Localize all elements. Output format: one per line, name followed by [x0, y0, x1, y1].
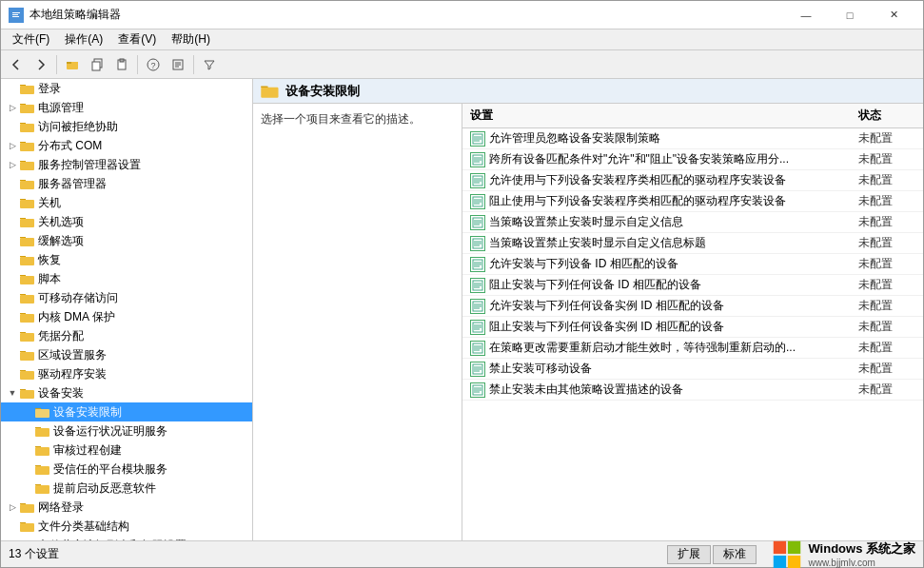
- expand-device-install[interactable]: ▼: [5, 385, 20, 401]
- copy-button[interactable]: [86, 53, 108, 76]
- expand-removable[interactable]: [5, 290, 20, 305]
- expand-dma[interactable]: [5, 309, 20, 324]
- svg-rect-54: [35, 447, 49, 456]
- svg-rect-46: [20, 371, 34, 380]
- expand-distributed-com[interactable]: ▷: [5, 138, 20, 153]
- settings-row[interactable]: 禁止安装未由其他策略设置描述的设备 未配置: [462, 380, 923, 401]
- tree-item-shutdown-opts[interactable]: 关机选项: [1, 212, 252, 231]
- tree-item-distributed-com[interactable]: ▷ 分布式 COM: [1, 136, 252, 155]
- tree-item-audit-process[interactable]: 审核过程创建: [1, 441, 252, 460]
- tree-label-power: 电源管理: [38, 100, 84, 116]
- tree-item-driver-install[interactable]: 驱动程序安装: [1, 364, 252, 383]
- menu-file[interactable]: 文件(F): [5, 29, 57, 49]
- tab-standard[interactable]: 标准: [713, 545, 757, 564]
- expand-file-classify[interactable]: [5, 519, 20, 534]
- expand-shutdown[interactable]: [5, 195, 20, 210]
- expand-service-mgr[interactable]: [5, 176, 20, 191]
- expand-trusted-platform[interactable]: [20, 461, 35, 477]
- svg-rect-52: [35, 428, 49, 437]
- back-button[interactable]: [5, 53, 28, 76]
- settings-row[interactable]: 在策略更改需要重新启动才能生效时，等待强制重新启动的... 未配置: [462, 338, 923, 359]
- svg-rect-19: [20, 104, 26, 105]
- help-button[interactable]: ?: [142, 53, 165, 76]
- settings-row-icon: [470, 236, 485, 251]
- expand-locale[interactable]: [5, 347, 20, 362]
- expand-scripts[interactable]: [5, 271, 20, 286]
- svg-rect-1: [12, 12, 20, 13]
- settings-row-status: 未配置: [858, 151, 915, 167]
- tree-item-removable[interactable]: 可移动存储访问: [1, 288, 252, 307]
- svg-rect-44: [20, 352, 34, 361]
- tree-item-credentials[interactable]: 凭据分配: [1, 326, 252, 345]
- expand-power[interactable]: ▷: [5, 100, 20, 115]
- expand-audit-process[interactable]: [20, 442, 35, 458]
- tree-item-access[interactable]: 访问被拒绝协助: [1, 117, 252, 136]
- settings-row[interactable]: 当策略设置禁止安装时显示自定义信息标题 未配置: [462, 233, 923, 254]
- folder-icon-login: [20, 82, 35, 95]
- expand-device-runtime[interactable]: [20, 423, 35, 439]
- tree-label-scripts: 脚本: [38, 271, 61, 287]
- filter-button[interactable]: [198, 53, 221, 76]
- tree-item-device-install[interactable]: ▼ 设备安装: [1, 383, 252, 402]
- open-button[interactable]: [61, 53, 84, 76]
- tree-item-mitigation[interactable]: 缓解选项: [1, 231, 252, 250]
- menu-action[interactable]: 操作(A): [57, 29, 110, 49]
- expand-driver-install[interactable]: [5, 366, 20, 382]
- folder-icon-mitigation: [20, 234, 35, 247]
- properties-button[interactable]: [167, 53, 189, 76]
- settings-row[interactable]: 禁止安装可移动设备 未配置: [462, 359, 923, 380]
- tree-item-locale[interactable]: 区域设置服务: [1, 345, 252, 364]
- tree-item-service-mgr[interactable]: 服务器管理器: [1, 174, 252, 193]
- expand-access[interactable]: [5, 119, 20, 134]
- expand-recovery[interactable]: [5, 252, 20, 267]
- close-button[interactable]: ✕: [872, 1, 915, 29]
- tree-item-trusted-platform[interactable]: 受信任的平台模块服务: [1, 460, 252, 479]
- settings-row[interactable]: 允许安装与下列任何设备实例 ID 相匹配的设备 未配置: [462, 296, 923, 317]
- tree-item-service-ctrl[interactable]: ▷ 服务控制管理器设置: [1, 155, 252, 174]
- svg-rect-30: [20, 219, 34, 227]
- toolbar-separator-1: [56, 55, 57, 74]
- tree-item-scripts[interactable]: 脚本: [1, 269, 252, 288]
- tree-item-device-restrict[interactable]: 设备安装限制: [1, 402, 252, 421]
- tree-item-device-runtime[interactable]: 设备运行状况证明服务: [1, 421, 252, 441]
- expand-shutdown-opts[interactable]: [5, 214, 20, 229]
- settings-pane: 设置 状态 允许管理员忽略设备安装限制策略 未配置: [462, 104, 923, 540]
- settings-row[interactable]: 阻止安装与下列任何设备实例 ID 相匹配的设备 未配置: [462, 317, 923, 338]
- expand-credentials[interactable]: [5, 328, 20, 343]
- expand-service-ctrl[interactable]: ▷: [5, 157, 20, 172]
- settings-row[interactable]: 当策略设置禁止安装时显示自定义信息 未配置: [462, 212, 923, 233]
- expand-login[interactable]: [5, 81, 20, 96]
- expand-device-restrict[interactable]: [20, 404, 35, 420]
- settings-row[interactable]: 允许管理员忽略设备安装限制策略 未配置: [462, 128, 923, 149]
- maximize-button[interactable]: □: [828, 1, 872, 29]
- tree-item-shutdown[interactable]: 关机: [1, 193, 252, 212]
- tree-label-service-ctrl: 服务控制管理器设置: [38, 157, 141, 173]
- tree-item-dma[interactable]: 内核 DMA 保护: [1, 307, 252, 326]
- tree-item-early-launch[interactable]: 提前启动反恶意软件: [1, 479, 252, 498]
- tree-item-net-login[interactable]: ▷ 网络登录: [1, 498, 252, 517]
- expand-mitigation[interactable]: [5, 233, 20, 248]
- settings-row[interactable]: 允许使用与下列设备安装程序类相匹配的驱动程序安装设备 未配置: [462, 170, 923, 191]
- settings-row[interactable]: 跨所有设备匹配条件对"允许"和"阻止"设备安装策略应用分... 未配置: [462, 149, 923, 170]
- svg-rect-20: [20, 124, 34, 132]
- expand-net-login[interactable]: ▷: [5, 499, 20, 515]
- tree-item-file-classify[interactable]: 文件分类基础结构: [1, 517, 252, 536]
- forward-button[interactable]: [29, 53, 52, 76]
- expand-early-launch[interactable]: [20, 480, 35, 496]
- settings-row[interactable]: 阻止安装与下列任何设备 ID 相匹配的设备 未配置: [462, 275, 923, 296]
- tab-expand[interactable]: 扩展: [667, 545, 711, 564]
- menu-bar: 文件(F) 操作(A) 查看(V) 帮助(H): [1, 29, 923, 50]
- tree-item-recovery[interactable]: 恢复: [1, 250, 252, 269]
- minimize-button[interactable]: —: [784, 1, 828, 29]
- settings-row-icon: [470, 299, 485, 314]
- settings-row[interactable]: 允许安装与下列设备 ID 相匹配的设备 未配置: [462, 254, 923, 275]
- tree-item-login[interactable]: 登录: [1, 79, 252, 98]
- menu-help[interactable]: 帮助(H): [164, 29, 218, 49]
- menu-view[interactable]: 查看(V): [110, 29, 164, 49]
- paste-button[interactable]: [110, 53, 133, 76]
- folder-icon-trusted-platform: [35, 462, 50, 476]
- tree-item-power[interactable]: ▷ 电源管理: [1, 98, 252, 117]
- settings-row[interactable]: 阻止使用与下列设备安装程序类相匹配的驱动程序安装设备 未配置: [462, 191, 923, 212]
- settings-row-name: 允许使用与下列设备安装程序类相匹配的驱动程序安装设备: [489, 172, 858, 188]
- settings-row-status: 未配置: [858, 256, 915, 272]
